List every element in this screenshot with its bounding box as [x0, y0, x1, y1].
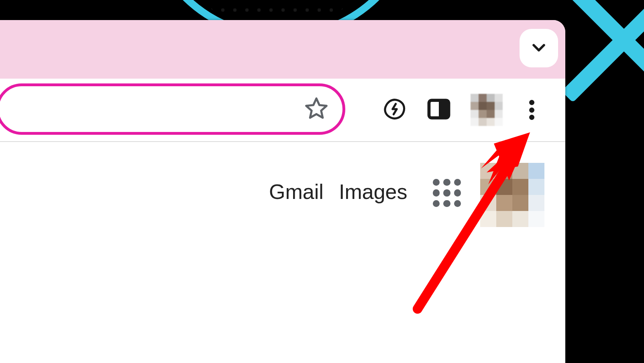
gmail-link[interactable]: Gmail [269, 180, 324, 204]
chrome-menu-button[interactable] [522, 97, 541, 122]
tab-search-button[interactable] [520, 29, 558, 67]
chrome-window: Gmail Images [0, 20, 565, 363]
page-content: Gmail Images [0, 142, 565, 363]
desktop-dark-region [560, 295, 644, 355]
apps-dot-icon [454, 179, 461, 186]
address-bar[interactable] [0, 83, 345, 135]
google-apps-button[interactable] [433, 179, 461, 207]
apps-dot-icon [433, 179, 440, 186]
side-panel-button[interactable] [426, 97, 451, 122]
svg-marker-0 [306, 98, 327, 118]
images-link[interactable]: Images [339, 180, 408, 204]
apps-dot-icon [433, 200, 440, 207]
star-icon[interactable] [304, 96, 329, 122]
browser-toolbar [0, 79, 565, 142]
dot-icon [529, 107, 534, 113]
apps-dot-icon [443, 200, 450, 207]
apps-dot-icon [454, 200, 461, 207]
leaf-bolt-icon [382, 97, 407, 123]
account-avatar-icon [480, 163, 544, 227]
apps-dot-icon [454, 189, 461, 196]
dot-icon [529, 100, 534, 105]
google-account-button[interactable] [480, 163, 544, 227]
profile-button[interactable] [471, 94, 503, 126]
toolbar-actions [382, 79, 565, 141]
profile-avatar-icon [471, 94, 503, 126]
dot-icon [529, 115, 534, 120]
extension-button[interactable] [382, 97, 407, 122]
tab-strip [0, 20, 565, 79]
svg-rect-3 [445, 100, 449, 118]
apps-dot-icon [443, 179, 450, 186]
apps-dot-icon [443, 189, 450, 196]
chevron-down-icon [530, 39, 548, 58]
side-panel-icon [426, 97, 451, 123]
apps-dot-icon [433, 189, 440, 196]
